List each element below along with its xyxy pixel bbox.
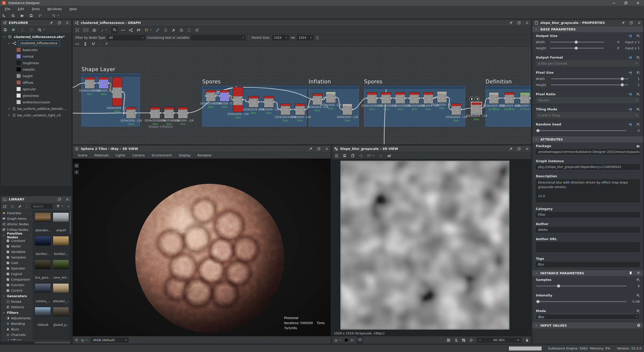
viewport-light-toggle[interactable] <box>74 170 79 175</box>
graph-node[interactable]: 1024x1024 - L160ms <box>164 107 174 119</box>
output-row-height[interactable]: height <box>1 73 71 79</box>
minimize-button[interactable] <box>608 0 620 6</box>
library-thumbnail[interactable]: glazed_p... <box>53 307 69 327</box>
align-nodes-icon[interactable] <box>137 28 141 32</box>
library-item-graph-items[interactable]: Graph Items <box>1 216 32 222</box>
play-substance-icon[interactable]: S <box>12 28 16 32</box>
tools-icon[interactable] <box>172 28 176 32</box>
reset-size-icon[interactable] <box>315 36 319 40</box>
frame-selection-icon[interactable] <box>187 28 191 32</box>
output-row-normal[interactable]: normal <box>1 53 71 60</box>
random-seed-slider[interactable] <box>536 130 626 131</box>
graph-node[interactable]: 1024x1024 - L160ms <box>112 77 122 106</box>
view3d-menu-renderer[interactable]: Renderer <box>194 153 215 157</box>
view3d-viewport[interactable]: Photoreal Iterations: 500/500 Time: 7s/1… <box>73 159 331 336</box>
graph-node[interactable]: 1024x1024 - L160ms <box>367 92 377 104</box>
tiling-icon[interactable] <box>462 338 466 342</box>
info-icon[interactable]: i <box>379 154 383 158</box>
float-icon[interactable] <box>517 21 521 25</box>
graph-node[interactable]: 1024x1024 - L160ms <box>206 90 216 102</box>
output-row-roughness[interactable]: roughness <box>1 60 71 66</box>
graph-node[interactable]: 1024x1024 - L1611.88ms <box>489 92 499 104</box>
output-row-ambientocclusion[interactable]: ambientocclusion <box>1 99 71 105</box>
library-thumbnail[interactable]: airport <box>53 212 69 232</box>
display-filter-icon[interactable] <box>358 338 362 342</box>
library-item-patterns[interactable]: Patterns <box>1 304 32 310</box>
expand-icon[interactable]: » <box>67 204 69 208</box>
library-item-operator[interactable]: Operator <box>1 266 32 271</box>
graph-node[interactable]: 1024x1024 - C160ms <box>220 90 230 102</box>
resolve-icon[interactable] <box>37 28 42 32</box>
parent-height-select[interactable]: 1024▾ <box>297 35 313 40</box>
graph-node[interactable]: 1024x1024 - L160ms <box>249 96 259 108</box>
pixel-height-slider[interactable] <box>551 84 628 85</box>
library-thumbnail[interactable]: bus_gara... <box>35 260 51 279</box>
containing-input[interactable]: ▾ <box>191 35 245 40</box>
library-thumbnail[interactable]: elevator_... <box>53 283 69 303</box>
library-thumbnail[interactable]: bonifaci... <box>35 236 51 256</box>
graph-node[interactable]: 1024x1024 - C160ms <box>99 77 109 89</box>
explorer-graph-row[interactable]: clustered_inflorescence <box>1 40 71 47</box>
tags-value[interactable]: Blur <box>536 262 640 267</box>
graph-node[interactable]: 1024x1024 - L160ms <box>423 92 433 104</box>
close-icon[interactable] <box>65 21 69 25</box>
output-row-specular[interactable]: specular <box>1 86 71 92</box>
close-button[interactable] <box>632 0 644 6</box>
library-item-function-nodes[interactable]: Function Nodes <box>1 233 32 238</box>
output-row-metallic[interactable]: metallic <box>1 66 71 73</box>
section-base-parameters[interactable]: BASE PARAMETERS <box>532 26 643 32</box>
float-icon[interactable] <box>317 147 321 151</box>
library-item-cast[interactable]: Cast <box>1 260 32 266</box>
output-format-select[interactable]: 8 Bits per Channel▾ <box>536 61 640 66</box>
mode-select[interactable]: Blur▾ <box>536 314 640 320</box>
library-item-control[interactable]: Control <box>1 288 32 293</box>
param-menu-icon[interactable] <box>636 293 640 297</box>
info-menu-icon[interactable] <box>105 28 108 31</box>
grid-icon[interactable] <box>447 338 451 342</box>
category-value[interactable]: Filter <box>536 212 640 217</box>
colorspace-menu-icon[interactable] <box>339 338 342 342</box>
library-item-noises[interactable]: Noises <box>1 299 32 304</box>
pin-icon[interactable] <box>509 21 513 25</box>
graph-node[interactable]: 1024x1024 - L160ms <box>409 92 419 104</box>
compute-time-icon[interactable] <box>195 28 199 32</box>
view2d-viewport[interactable]: 1024 x 1024 (Grayscale, 16bpc) <box>332 159 531 336</box>
menu-edit[interactable]: Edit <box>14 7 28 11</box>
create-node-icon[interactable] <box>129 28 133 32</box>
library-item-atomic-nodes[interactable]: Atomic Nodes <box>1 222 32 227</box>
explorer-subpackage-row[interactable]: bw_color_variation_light_v3 <box>1 112 71 118</box>
view3d-menu-environment[interactable]: Environment <box>148 153 175 157</box>
open-icon[interactable] <box>20 14 24 18</box>
pin-icon[interactable] <box>621 21 625 25</box>
display-outputs-menu-icon[interactable] <box>149 28 152 31</box>
section-instance-parameters[interactable]: INSTANCE PARAMETERS <box>532 270 643 276</box>
connection-style-icon[interactable] <box>156 28 160 32</box>
library-item-blending[interactable]: Blending <box>1 321 32 327</box>
function-icon[interactable] <box>628 107 632 111</box>
close-icon[interactable] <box>637 21 641 25</box>
search-icon[interactable] <box>112 28 116 32</box>
pin-icon[interactable] <box>309 147 313 151</box>
relayout-icon[interactable] <box>164 28 168 32</box>
pixel-ratio-select[interactable]: Square▾ <box>536 97 640 103</box>
close-icon[interactable] <box>525 147 529 151</box>
close-icon[interactable] <box>65 197 69 201</box>
library-item-logical[interactable]: Logical <box>1 271 32 277</box>
graph-node[interactable]: 1024x1024 - L160ms <box>126 107 136 119</box>
search-input[interactable]: Search <box>31 204 53 209</box>
author-url-value[interactable] <box>536 242 640 252</box>
new-library-package-icon[interactable] <box>10 204 14 208</box>
histogram-icon[interactable] <box>387 154 391 158</box>
library-item-filters[interactable]: Filters <box>1 310 32 316</box>
graph-name-edit[interactable]: clustered_inflorescence <box>18 40 60 46</box>
colorspace-menu-icon[interactable] <box>85 338 88 342</box>
display-outputs-icon[interactable] <box>144 28 148 32</box>
close-icon[interactable] <box>325 147 329 151</box>
undo-menu-icon[interactable] <box>43 14 47 17</box>
param-menu-icon[interactable] <box>637 271 641 275</box>
info-icon[interactable]: i <box>100 28 104 32</box>
samples-slider[interactable] <box>536 286 626 286</box>
pin-icon[interactable] <box>509 147 513 151</box>
float-icon[interactable] <box>57 197 61 201</box>
filter-menu-icon[interactable] <box>61 204 64 208</box>
